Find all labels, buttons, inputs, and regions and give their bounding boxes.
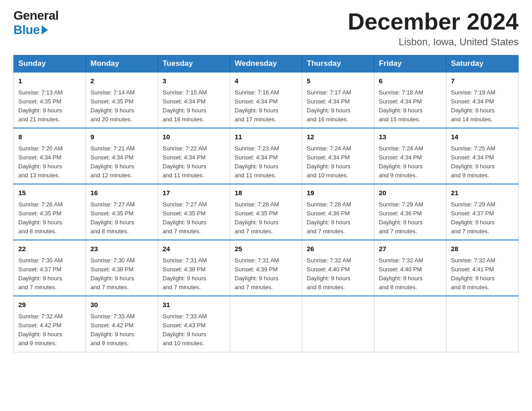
day-number: 22 [18,244,81,254]
day-number: 16 [90,188,153,198]
day-info: Sunrise: 7:16 AMSunset: 4:34 PMDaylight:… [235,88,297,124]
day-info: Sunrise: 7:17 AMSunset: 4:34 PMDaylight:… [307,88,369,124]
calendar-week-5: 29Sunrise: 7:32 AMSunset: 4:42 PMDayligh… [14,296,519,352]
day-info: Sunrise: 7:25 AMSunset: 4:34 PMDaylight:… [451,144,514,180]
day-number: 6 [379,76,442,86]
header-friday: Friday [374,56,446,73]
day-number: 9 [90,132,153,142]
calendar-cell: 26Sunrise: 7:32 AMSunset: 4:40 PMDayligh… [302,240,374,296]
day-number: 23 [90,244,153,254]
calendar-cell: 20Sunrise: 7:29 AMSunset: 4:36 PMDayligh… [374,184,446,240]
header-saturday: Saturday [446,56,519,73]
calendar-cell: 15Sunrise: 7:26 AMSunset: 4:35 PMDayligh… [14,184,86,240]
day-number: 7 [451,76,514,86]
day-info: Sunrise: 7:21 AMSunset: 4:34 PMDaylight:… [90,144,153,180]
day-info: Sunrise: 7:30 AMSunset: 4:37 PMDaylight:… [18,256,81,292]
calendar-cell: 19Sunrise: 7:28 AMSunset: 4:36 PMDayligh… [302,184,374,240]
calendar-cell: 29Sunrise: 7:32 AMSunset: 4:42 PMDayligh… [14,296,86,352]
day-number: 17 [163,188,225,198]
header-row: Sunday Monday Tuesday Wednesday Thursday… [14,56,519,73]
day-number: 21 [451,188,514,198]
calendar-cell: 30Sunrise: 7:33 AMSunset: 4:42 PMDayligh… [86,296,158,352]
page-header: General Blue December 2024 Lisbon, Iowa,… [13,9,519,48]
day-info: Sunrise: 7:24 AMSunset: 4:34 PMDaylight:… [379,144,442,180]
calendar-cell [302,296,374,352]
month-title: December 2024 [348,9,519,34]
location-title: Lisbon, Iowa, United States [348,36,519,48]
day-info: Sunrise: 7:28 AMSunset: 4:36 PMDaylight:… [307,200,369,236]
calendar-header: Sunday Monday Tuesday Wednesday Thursday… [14,56,519,73]
day-info: Sunrise: 7:32 AMSunset: 4:42 PMDaylight:… [18,312,81,348]
day-info: Sunrise: 7:13 AMSunset: 4:35 PMDaylight:… [18,88,81,124]
day-number: 13 [379,132,442,142]
title-block: December 2024 Lisbon, Iowa, United State… [348,9,519,48]
day-number: 11 [235,132,297,142]
day-number: 19 [307,188,369,198]
day-number: 31 [163,300,225,310]
day-info: Sunrise: 7:28 AMSunset: 4:35 PMDaylight:… [235,200,297,236]
day-info: Sunrise: 7:14 AMSunset: 4:35 PMDaylight:… [90,88,153,124]
day-info: Sunrise: 7:32 AMSunset: 4:40 PMDaylight:… [379,256,442,292]
calendar-cell: 28Sunrise: 7:32 AMSunset: 4:41 PMDayligh… [446,240,519,296]
calendar-cell: 12Sunrise: 7:24 AMSunset: 4:34 PMDayligh… [302,128,374,184]
day-info: Sunrise: 7:24 AMSunset: 4:34 PMDaylight:… [307,144,369,180]
calendar-cell: 17Sunrise: 7:27 AMSunset: 4:35 PMDayligh… [158,184,230,240]
day-number: 14 [451,132,514,142]
day-info: Sunrise: 7:31 AMSunset: 4:39 PMDaylight:… [235,256,297,292]
calendar-week-2: 8Sunrise: 7:20 AMSunset: 4:34 PMDaylight… [14,128,519,184]
logo-blue-row: Blue [13,23,48,37]
day-number: 20 [379,188,442,198]
calendar-cell: 22Sunrise: 7:30 AMSunset: 4:37 PMDayligh… [14,240,86,296]
day-number: 2 [90,76,153,86]
day-info: Sunrise: 7:20 AMSunset: 4:34 PMDaylight:… [18,144,81,180]
day-number: 29 [18,300,81,310]
calendar-cell: 11Sunrise: 7:23 AMSunset: 4:34 PMDayligh… [230,128,302,184]
calendar-cell: 25Sunrise: 7:31 AMSunset: 4:39 PMDayligh… [230,240,302,296]
calendar-cell: 18Sunrise: 7:28 AMSunset: 4:35 PMDayligh… [230,184,302,240]
logo-arrow-icon [42,26,48,34]
calendar-cell: 23Sunrise: 7:30 AMSunset: 4:38 PMDayligh… [86,240,158,296]
day-number: 18 [235,188,297,198]
calendar-cell: 7Sunrise: 7:19 AMSunset: 4:34 PMDaylight… [446,72,519,128]
day-info: Sunrise: 7:22 AMSunset: 4:34 PMDaylight:… [163,144,225,180]
day-info: Sunrise: 7:32 AMSunset: 4:41 PMDaylight:… [451,256,514,292]
day-number: 28 [451,244,514,254]
calendar-cell: 24Sunrise: 7:31 AMSunset: 4:38 PMDayligh… [158,240,230,296]
day-number: 4 [235,76,297,86]
calendar-cell: 27Sunrise: 7:32 AMSunset: 4:40 PMDayligh… [374,240,446,296]
calendar-cell [446,296,519,352]
calendar-body: 1Sunrise: 7:13 AMSunset: 4:35 PMDaylight… [14,72,519,352]
header-tuesday: Tuesday [158,56,230,73]
logo-blue-text: Blue [13,23,40,37]
day-info: Sunrise: 7:15 AMSunset: 4:34 PMDaylight:… [163,88,225,124]
day-info: Sunrise: 7:29 AMSunset: 4:36 PMDaylight:… [379,200,442,236]
day-number: 5 [307,76,369,86]
calendar-cell: 10Sunrise: 7:22 AMSunset: 4:34 PMDayligh… [158,128,230,184]
day-info: Sunrise: 7:31 AMSunset: 4:38 PMDaylight:… [163,256,225,292]
calendar-cell: 2Sunrise: 7:14 AMSunset: 4:35 PMDaylight… [86,72,158,128]
calendar-cell [374,296,446,352]
calendar-cell: 1Sunrise: 7:13 AMSunset: 4:35 PMDaylight… [14,72,86,128]
calendar-cell: 21Sunrise: 7:29 AMSunset: 4:37 PMDayligh… [446,184,519,240]
day-number: 10 [163,132,225,142]
calendar-cell [230,296,302,352]
day-info: Sunrise: 7:19 AMSunset: 4:34 PMDaylight:… [451,88,514,124]
day-number: 26 [307,244,369,254]
day-info: Sunrise: 7:26 AMSunset: 4:35 PMDaylight:… [18,200,81,236]
calendar-cell: 3Sunrise: 7:15 AMSunset: 4:34 PMDaylight… [158,72,230,128]
calendar-cell: 5Sunrise: 7:17 AMSunset: 4:34 PMDaylight… [302,72,374,128]
calendar-cell: 8Sunrise: 7:20 AMSunset: 4:34 PMDaylight… [14,128,86,184]
header-monday: Monday [86,56,158,73]
day-info: Sunrise: 7:18 AMSunset: 4:34 PMDaylight:… [379,88,442,124]
calendar-cell: 13Sunrise: 7:24 AMSunset: 4:34 PMDayligh… [374,128,446,184]
header-thursday: Thursday [302,56,374,73]
header-sunday: Sunday [14,56,86,73]
day-info: Sunrise: 7:27 AMSunset: 4:35 PMDaylight:… [90,200,153,236]
day-number: 27 [379,244,442,254]
day-info: Sunrise: 7:27 AMSunset: 4:35 PMDaylight:… [163,200,225,236]
header-wednesday: Wednesday [230,56,302,73]
day-number: 25 [235,244,297,254]
calendar-cell: 16Sunrise: 7:27 AMSunset: 4:35 PMDayligh… [86,184,158,240]
day-number: 30 [90,300,153,310]
calendar-cell: 31Sunrise: 7:33 AMSunset: 4:43 PMDayligh… [158,296,230,352]
